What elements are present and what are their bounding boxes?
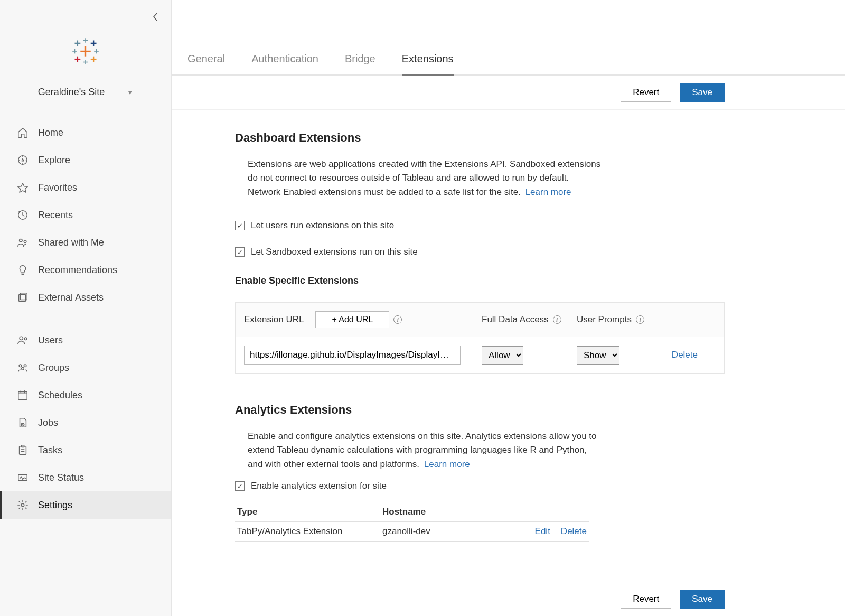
svg-point-28 bbox=[19, 365, 22, 367]
sidebar-item-explore[interactable]: Explore bbox=[0, 146, 171, 174]
sidebar-item-schedules[interactable]: Schedules bbox=[0, 381, 171, 409]
user-prompts-select[interactable]: Show bbox=[577, 346, 619, 365]
add-url-button[interactable]: + Add URL bbox=[315, 311, 389, 328]
actionbar-bottom: Revert Save bbox=[172, 582, 845, 616]
compass-icon bbox=[16, 153, 30, 167]
learn-more-link[interactable]: Learn more bbox=[525, 187, 571, 197]
site-name: Geraldine's Site bbox=[38, 87, 105, 98]
sidebar-item-external-assets[interactable]: External Assets bbox=[0, 284, 171, 311]
checkbox-icon[interactable]: ✓ bbox=[235, 247, 245, 257]
checkbox-icon[interactable]: ✓ bbox=[235, 481, 245, 491]
svg-rect-25 bbox=[20, 293, 27, 300]
sidebar-item-users[interactable]: Users bbox=[0, 326, 171, 354]
svg-point-29 bbox=[24, 365, 26, 367]
sidebar-item-site-status[interactable]: Site Status bbox=[0, 464, 171, 491]
clock-icon bbox=[16, 208, 30, 222]
analytics-table-row: TabPy/Analytics Extension gzanolli-dev E… bbox=[235, 522, 589, 541]
analytics-table: Type Hostname TabPy/Analytics Extension … bbox=[235, 502, 589, 542]
star-icon bbox=[16, 181, 30, 194]
groups-icon bbox=[16, 361, 30, 375]
col-user-prompts: User Prompts bbox=[577, 314, 632, 325]
save-button[interactable]: Save bbox=[680, 83, 725, 102]
info-icon[interactable]: i bbox=[393, 315, 402, 324]
full-data-access-select[interactable]: Allow bbox=[482, 346, 523, 365]
external-icon bbox=[16, 291, 30, 304]
info-icon[interactable]: i bbox=[636, 315, 644, 324]
sidebar-item-label: External Assets bbox=[38, 292, 104, 303]
dashboard-extensions-desc: Extensions are web applications created … bbox=[248, 157, 602, 199]
caret-down-icon: ▼ bbox=[127, 89, 133, 96]
delete-analytics-link[interactable]: Delete bbox=[561, 526, 587, 537]
svg-point-23 bbox=[24, 240, 26, 243]
nav-divider bbox=[8, 319, 163, 319]
col-type: Type bbox=[237, 507, 382, 517]
sidebar-item-label: Settings bbox=[38, 500, 72, 511]
sidebar-item-shared-with-me[interactable]: Shared with Me bbox=[0, 229, 171, 256]
shared-icon bbox=[16, 236, 30, 249]
analytics-hostname-cell: gzanolli-dev bbox=[382, 526, 524, 537]
sidebar-item-settings[interactable]: Settings bbox=[0, 491, 171, 519]
users-icon bbox=[16, 333, 30, 347]
enable-specific-subheading: Enable Specific Extensions bbox=[235, 275, 725, 286]
svg-point-26 bbox=[20, 337, 23, 340]
sidebar-item-jobs[interactable]: Jobs bbox=[0, 409, 171, 436]
checkbox-let-sandboxed-run[interactable]: ✓ Let Sandboxed extensions run on this s… bbox=[235, 247, 725, 257]
col-full-data-access: Full Data Access bbox=[482, 314, 549, 325]
tasks-icon bbox=[16, 443, 30, 457]
tabs-bar: GeneralAuthenticationBridgeExtensions bbox=[172, 0, 845, 76]
edit-analytics-link[interactable]: Edit bbox=[535, 526, 550, 537]
home-icon bbox=[16, 126, 30, 139]
actionbar-top: Revert Save bbox=[172, 76, 845, 110]
extensions-table-row: Allow Show Delete bbox=[236, 337, 724, 373]
sidebar-item-recommendations[interactable]: Recommendations bbox=[0, 256, 171, 284]
sidebar: Geraldine's Site ▼ HomeExploreFavoritesR… bbox=[0, 0, 172, 616]
svg-point-22 bbox=[20, 239, 23, 242]
checkbox-let-users-run[interactable]: ✓ Let users run extensions on this site bbox=[235, 220, 725, 231]
sidebar-item-label: Users bbox=[38, 335, 63, 346]
svg-point-36 bbox=[21, 503, 24, 507]
svg-rect-31 bbox=[18, 392, 27, 400]
checkbox-icon[interactable]: ✓ bbox=[235, 221, 245, 230]
svg-rect-24 bbox=[19, 295, 26, 302]
bulb-icon bbox=[16, 263, 30, 277]
sidebar-item-label: Favorites bbox=[38, 182, 77, 193]
col-hostname: Hostname bbox=[382, 507, 587, 517]
revert-button[interactable]: Revert bbox=[621, 83, 671, 102]
collapse-sidebar-icon[interactable] bbox=[152, 12, 159, 25]
learn-more-link[interactable]: Learn more bbox=[424, 459, 470, 469]
tableau-logo bbox=[0, 0, 171, 66]
extensions-table: Extension URL + Add URL i Full Data Acce… bbox=[235, 302, 725, 374]
status-icon bbox=[16, 471, 30, 484]
svg-point-27 bbox=[24, 338, 27, 340]
info-icon[interactable]: i bbox=[553, 315, 561, 324]
sidebar-item-home[interactable]: Home bbox=[0, 119, 171, 146]
dashboard-extensions-title: Dashboard Extensions bbox=[235, 131, 725, 145]
sidebar-item-groups[interactable]: Groups bbox=[0, 354, 171, 381]
svg-marker-19 bbox=[22, 158, 24, 161]
extension-url-input[interactable] bbox=[244, 346, 461, 365]
sidebar-item-label: Recents bbox=[38, 210, 73, 221]
sidebar-item-tasks[interactable]: Tasks bbox=[0, 436, 171, 464]
col-extension-url: Extension URL bbox=[244, 314, 304, 325]
sidebar-item-label: Home bbox=[38, 127, 63, 138]
revert-button-footer[interactable]: Revert bbox=[621, 590, 671, 609]
tab-authentication[interactable]: Authentication bbox=[251, 53, 318, 74]
svg-marker-20 bbox=[18, 183, 27, 192]
save-button-footer[interactable]: Save bbox=[680, 590, 725, 609]
sidebar-item-label: Schedules bbox=[38, 390, 82, 401]
main-area: GeneralAuthenticationBridgeExtensions Re… bbox=[172, 0, 845, 616]
gear-icon bbox=[16, 498, 30, 512]
sidebar-item-favorites[interactable]: Favorites bbox=[0, 174, 171, 201]
sidebar-item-label: Jobs bbox=[38, 417, 58, 428]
tab-general[interactable]: General bbox=[187, 53, 225, 74]
settings-content: Dashboard Extensions Extensions are web … bbox=[172, 110, 845, 582]
checkbox-enable-analytics[interactable]: ✓ Enable analytics extension for site bbox=[235, 481, 725, 491]
analytics-extensions-title: Analytics Extensions bbox=[235, 403, 725, 417]
sidebar-item-label: Explore bbox=[38, 155, 70, 166]
site-selector[interactable]: Geraldine's Site ▼ bbox=[0, 87, 171, 98]
delete-extension-link[interactable]: Delete bbox=[666, 350, 716, 360]
sidebar-item-label: Shared with Me bbox=[38, 237, 104, 248]
tab-extensions[interactable]: Extensions bbox=[402, 53, 454, 74]
sidebar-item-recents[interactable]: Recents bbox=[0, 201, 171, 229]
tab-bridge[interactable]: Bridge bbox=[345, 53, 375, 74]
